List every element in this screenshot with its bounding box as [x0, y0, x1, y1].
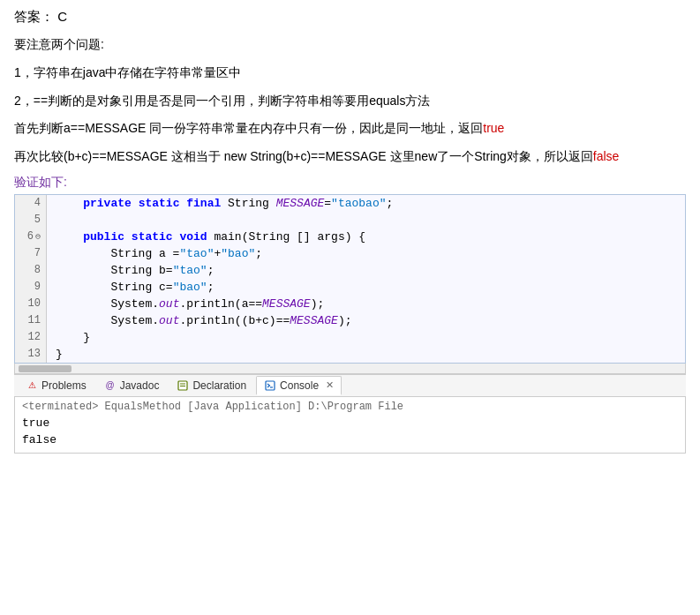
code-line-7: 7 String a ="tao"+"bao";: [15, 245, 685, 262]
code-content-4: private static final String MESSAGE="tao…: [47, 195, 685, 212]
note-detail1: 首先判断a==MESSAGE 同一份字符串常量在内存中只有一份，因此是同一地址，…: [14, 118, 686, 139]
tab-bar: ⚠ Problems @ Javadoc Declaration: [14, 374, 686, 397]
answer-line: 答案： C: [14, 9, 686, 26]
tab-console-label: Console: [280, 379, 319, 392]
line-num-12: 12: [15, 329, 47, 346]
tab-declaration-label: Declaration: [192, 379, 246, 392]
code-line-6: 6⊖ public static void main(String [] arg…: [15, 229, 685, 245]
code-content-12: }: [47, 329, 685, 346]
code-content-9: String c="bao";: [47, 279, 685, 296]
note-point2: 2，==判断的是对象引用是否是同一个引用，判断字符串相等要用equals方法: [14, 91, 686, 112]
code-line-12: 12 }: [15, 329, 685, 346]
line-num-4: 4: [15, 195, 47, 212]
code-line-8: 8 String b="tao";: [15, 262, 685, 279]
tab-javadoc[interactable]: @ Javadoc: [96, 376, 168, 395]
problems-icon: ⚠: [26, 379, 38, 392]
scrollbar-thumb[interactable]: [19, 365, 72, 372]
javadoc-icon: @: [104, 379, 117, 392]
code-content-10: System.out.println(a==MESSAGE);: [47, 296, 685, 312]
code-content-11: System.out.println((b+c)==MESSAGE);: [47, 312, 685, 329]
line-num-9: 9: [15, 279, 47, 296]
answer-label: 答案：: [14, 9, 54, 24]
code-editor: 4 private static final String MESSAGE="t…: [14, 194, 686, 364]
line-num-10: 10: [15, 296, 47, 312]
return-true: true: [483, 121, 504, 135]
main-content: 答案： C 要注意两个问题: 1，字符串在java中存储在字符串常量区中 2，=…: [0, 0, 700, 462]
code-content-13: }: [47, 346, 685, 363]
code-line-5: 5: [15, 212, 685, 229]
console-output: true false: [22, 415, 678, 449]
tab-problems[interactable]: ⚠ Problems: [18, 376, 94, 395]
code-content-8: String b="tao";: [47, 262, 685, 279]
verification-label: 验证如下:: [14, 175, 686, 191]
tab-problems-label: Problems: [41, 379, 87, 392]
line-num-6: 6⊖: [15, 229, 47, 245]
code-line-13: 13 }: [15, 346, 685, 363]
code-line-11: 11 System.out.println((b+c)==MESSAGE);: [15, 312, 685, 329]
notes-title: 要注意两个问题:: [14, 34, 686, 56]
tab-declaration[interactable]: Declaration: [169, 376, 254, 395]
code-line-4: 4 private static final String MESSAGE="t…: [15, 195, 685, 212]
tab-javadoc-label: Javadoc: [120, 379, 160, 392]
tab-console[interactable]: Console ✕: [256, 376, 342, 395]
answer-value: C: [57, 9, 67, 24]
code-line-10: 10 System.out.println(a==MESSAGE);: [15, 296, 685, 312]
console-header: <terminated> EqualsMethod [Java Applicat…: [22, 401, 678, 413]
line-num-13: 13: [15, 346, 47, 363]
console-panel: <terminated> EqualsMethod [Java Applicat…: [14, 397, 686, 454]
declaration-icon: [177, 379, 189, 392]
horizontal-scrollbar[interactable]: [14, 364, 686, 374]
console-icon: [264, 379, 276, 392]
line-num-7: 7: [15, 245, 47, 262]
line-num-11: 11: [15, 312, 47, 329]
console-close-icon[interactable]: ✕: [326, 379, 334, 391]
code-content-6: public static void main(String [] args) …: [47, 229, 685, 245]
line-num-5: 5: [15, 212, 47, 229]
code-content-5: [47, 212, 685, 229]
return-false: false: [593, 149, 620, 163]
console-output-line1: true: [22, 415, 678, 432]
line-num-8: 8: [15, 262, 47, 279]
console-output-line2: false: [22, 431, 678, 449]
note-point1: 1，字符串在java中存储在字符串常量区中: [14, 63, 686, 84]
code-content-7: String a ="tao"+"bao";: [47, 245, 685, 262]
note-detail2: 再次比较(b+c)==MESSAGE 这相当于 new String(b+c)=…: [14, 146, 686, 168]
code-line-9: 9 String c="bao";: [15, 279, 685, 296]
